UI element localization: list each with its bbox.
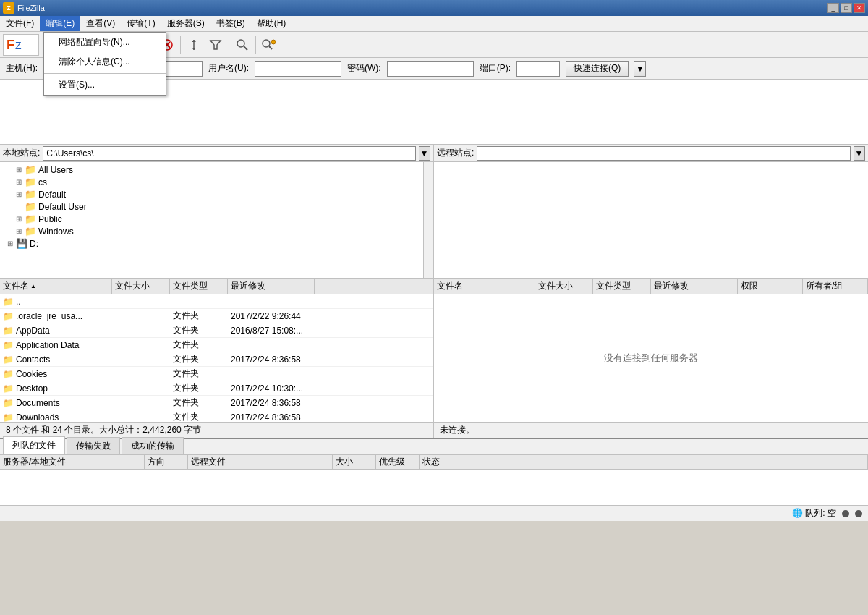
file-row[interactable]: 📁 Documents 文件夹 2017/2/24 8:36:58 [0, 396, 433, 410]
file-row[interactable]: 📁 Contacts 文件夹 2017/2/24 8:36:58 [0, 352, 433, 367]
menu-transfer[interactable]: 传输(T) [121, 16, 161, 31]
tree-label: All Users [38, 165, 73, 175]
minimize-button[interactable]: _ [827, 3, 839, 13]
menu-file[interactable]: 文件(F) [0, 16, 40, 31]
expand-d[interactable]: ⊞ [4, 239, 16, 247]
transfer-col-remote[interactable]: 远程文件 [188, 455, 333, 469]
file-size-cell [112, 410, 170, 422]
remote-col-size-header[interactable]: 文件大小 [535, 279, 593, 294]
tree-label: cs [38, 177, 47, 187]
local-site-label: 本地站点: [3, 147, 40, 159]
folder-icon: 📁 [3, 355, 14, 365]
tree-item-public[interactable]: ⊞ 📁 Public [1, 213, 432, 225]
pass-label: 密码(W): [347, 62, 381, 75]
file-size-cell [112, 323, 170, 337]
tree-item-default[interactable]: ⊞ 📁 Default [1, 188, 432, 200]
file-row[interactable]: 📁 Desktop 文件夹 2017/2/24 10:30:... [0, 381, 433, 396]
pass-input[interactable] [387, 61, 474, 77]
tree-item-windows[interactable]: ⊞ 📁 Windows [1, 225, 432, 237]
file-size-cell [112, 352, 170, 366]
local-tree-pane: 本地站点: ▼ ⊞ 📁 All Users ⊞ 📁 cs ⊞ 📁 Default [0, 145, 434, 278]
menu-network-wizard[interactable]: 网络配置向导(N)... [44, 33, 166, 52]
remote-file-body: 没有连接到任何服务器 [434, 294, 868, 422]
connect-dropdown-button[interactable]: ▼ [634, 61, 646, 77]
folder-icon: 📁 [3, 412, 14, 423]
sync-button[interactable] [184, 35, 204, 55]
tree-item-cs[interactable]: ⊞ 📁 cs [1, 176, 432, 188]
remote-file-header: 文件名 文件大小 文件类型 最近修改 权限 所有者/组 [434, 279, 868, 294]
svg-point-25 [263, 40, 270, 47]
user-input[interactable] [255, 61, 341, 77]
expand-defaultuser[interactable] [13, 203, 25, 211]
menu-view[interactable]: 查看(V) [80, 16, 121, 31]
expand-default[interactable]: ⊞ [13, 190, 25, 198]
expand-cs[interactable]: ⊞ [13, 178, 25, 186]
transfer-col-status[interactable]: 状态 [420, 455, 868, 469]
col-type-header[interactable]: 文件类型 [170, 279, 228, 294]
local-path-input[interactable] [43, 146, 416, 161]
menu-clear-info[interactable]: 清除个人信息(C)... [44, 52, 166, 72]
transfer-col-server[interactable]: 服务器/本地文件 [0, 455, 145, 469]
status-dot-1 [842, 510, 849, 517]
svg-text:F: F [7, 38, 14, 52]
menu-bookmark[interactable]: 书签(B) [210, 16, 251, 31]
remote-path-input[interactable] [477, 146, 851, 161]
file-type-cell: 文件夹 [170, 309, 228, 323]
expand-allusers[interactable]: ⊞ [13, 166, 25, 174]
file-modified-cell: 2017/2/24 8:36:58 [228, 396, 315, 410]
transfer-col-priority[interactable]: 优先级 [376, 455, 420, 469]
menu-help[interactable]: 帮助(H) [251, 16, 292, 31]
file-row[interactable]: 📁 .oracle_jre_usa... 文件夹 2017/2/22 9:26:… [0, 309, 433, 323]
menu-bar: 文件(F) 编辑(E) 查看(V) 传输(T) 服务器(S) 书签(B) 帮助(… [0, 16, 868, 32]
remote-col-perm-header[interactable]: 权限 [738, 279, 803, 294]
file-modified-cell: 2017/2/24 8:36:58 [228, 410, 315, 422]
port-label: 端口(P): [480, 62, 511, 75]
maximize-button[interactable]: □ [841, 3, 852, 13]
folder-icon: 📁 [3, 340, 14, 350]
file-size-cell [112, 396, 170, 410]
col-modified-header[interactable]: 最近修改 [228, 279, 315, 294]
menu-server[interactable]: 服务器(S) [161, 16, 210, 31]
tree-label: Public [38, 214, 62, 224]
title-bar: Z FileZilla _ □ ✕ [0, 0, 868, 16]
remote-col-name-header[interactable]: 文件名 [434, 279, 535, 294]
transfer-col-dir[interactable]: 方向 [145, 455, 188, 469]
filter-button[interactable] [205, 35, 226, 55]
remote-col-owner-header[interactable]: 所有者/组 [803, 279, 868, 294]
tree-scrollbar[interactable] [423, 162, 433, 278]
tab-queue[interactable]: 列队的文件 [3, 436, 65, 454]
tree-item-allusers[interactable]: ⊞ 📁 All Users [1, 164, 432, 176]
folder-icon: 📁 [3, 383, 14, 394]
remote-col-modified-header[interactable]: 最近修改 [651, 279, 738, 294]
tab-failed[interactable]: 传输失败 [67, 437, 120, 454]
port-input[interactable] [516, 61, 560, 77]
col-size-header[interactable]: 文件大小 [112, 279, 170, 294]
transfer-col-size[interactable]: 大小 [333, 455, 376, 469]
file-row[interactable]: 📁 Downloads 文件夹 2017/2/24 8:36:58 [0, 410, 433, 422]
file-modified-cell [228, 294, 315, 308]
connect-button[interactable]: 快速连接(Q) [566, 61, 629, 77]
expand-public[interactable]: ⊞ [13, 215, 25, 223]
search-remote-button[interactable] [259, 35, 279, 55]
expand-windows[interactable]: ⊞ [13, 227, 25, 235]
close-button[interactable]: ✕ [854, 3, 865, 13]
search-local-button[interactable] [232, 35, 252, 55]
local-path-dropdown[interactable]: ▼ [419, 146, 430, 161]
menu-settings[interactable]: 设置(S)... [44, 75, 166, 95]
tab-success[interactable]: 成功的传输 [122, 437, 184, 454]
tree-item-d[interactable]: ⊞ 💾 D: [1, 237, 432, 250]
remote-path-dropdown[interactable]: ▼ [854, 146, 865, 161]
tree-item-defaultuser[interactable]: 📁 Default User [1, 200, 432, 213]
file-row[interactable]: 📁 Cookies 文件夹 [0, 367, 433, 381]
file-type-cell: 文件夹 [170, 396, 228, 410]
bottom-area: 列队的文件 传输失败 成功的传输 服务器/本地文件 方向 远程文件 大小 优先级… [0, 438, 868, 521]
file-row[interactable]: 📁 .. [0, 294, 433, 309]
file-name-cell: 📁 .. [0, 294, 112, 308]
col-name-header[interactable]: 文件名▲ [0, 279, 112, 294]
file-row[interactable]: 📁 Application Data 文件夹 [0, 338, 433, 352]
remote-col-type-header[interactable]: 文件类型 [593, 279, 651, 294]
svg-marker-21 [192, 48, 196, 50]
menu-edit[interactable]: 编辑(E) [40, 16, 80, 31]
svg-marker-20 [192, 40, 196, 42]
file-row[interactable]: 📁 AppData 文件夹 2016/8/27 15:08:... [0, 323, 433, 338]
